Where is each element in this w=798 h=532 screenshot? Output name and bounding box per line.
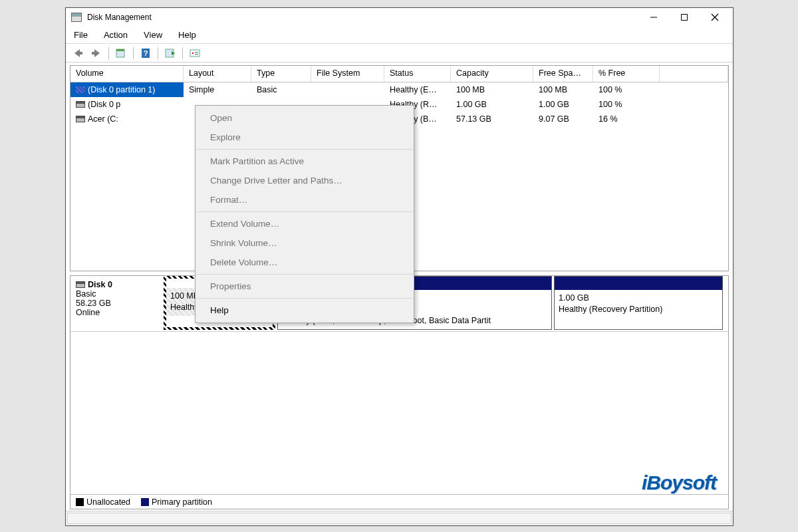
partition-size: 1.00 GB [559, 293, 718, 304]
toolbar-divider [108, 47, 109, 59]
menu-item-mark-partition-as-active: Mark Partition as Active [196, 152, 414, 171]
help-button[interactable]: ? [138, 46, 154, 61]
menu-separator [196, 149, 413, 150]
col-layout[interactable]: Layout [184, 66, 251, 82]
legend-swatch-unallocated [76, 498, 84, 506]
close-button[interactable] [700, 8, 730, 27]
partition-primary[interactable]: 1.00 GB Healthy (Recovery Partition) [554, 276, 723, 330]
menu-item-delete-volume: Delete Volume… [196, 253, 414, 272]
disk-management-window: Disk Management File Action View Help ? … [65, 7, 733, 526]
partition-body: 1.00 GB Healthy (Recovery Partition) [555, 290, 722, 318]
menu-action[interactable]: Action [104, 30, 128, 40]
volume-icon [76, 116, 85, 122]
disk-info[interactable]: Disk 0 Basic 58.23 GB Online [70, 276, 164, 331]
maximize-button[interactable] [669, 8, 700, 27]
volume-icon [76, 101, 85, 108]
volume-name: (Disk 0 partition 1) [88, 85, 155, 94]
svg-text:?: ? [144, 49, 148, 57]
volume-icon [76, 86, 85, 93]
col-volume[interactable]: Volume [70, 66, 184, 82]
col-fs[interactable]: File System [311, 66, 384, 82]
col-free[interactable]: Free Spa… [533, 66, 593, 82]
window-title: Disk Management [87, 13, 152, 22]
action-button[interactable] [162, 46, 178, 61]
toolbar-divider [182, 47, 183, 59]
menu-file[interactable]: File [74, 30, 88, 40]
menu-separator [196, 298, 413, 299]
menu-view[interactable]: View [144, 30, 162, 40]
back-button[interactable] [70, 46, 86, 61]
col-status[interactable]: Status [384, 66, 451, 82]
menu-separator [196, 274, 413, 275]
legend-swatch-primary [141, 498, 149, 506]
menu-item-extend-volume: Extend Volume… [196, 214, 414, 233]
svg-rect-4 [79, 52, 82, 55]
disk-state: Online [76, 308, 158, 317]
volume-row[interactable]: (Disk 0 partition 1)SimpleBasicHealthy (… [70, 82, 728, 97]
partition-header [555, 277, 722, 290]
disk-icon [76, 281, 85, 288]
svg-rect-5 [92, 52, 95, 55]
legend: Unallocated Primary partition [70, 494, 728, 509]
svg-rect-1 [682, 15, 688, 21]
col-pctfree[interactable]: % Free [593, 66, 660, 82]
disk-size: 58.23 GB [76, 299, 158, 308]
statusbar [66, 511, 733, 525]
volume-list-header[interactable]: Volume Layout Type File System Status Ca… [70, 66, 728, 82]
refresh-button[interactable] [113, 46, 129, 61]
col-spacer [660, 66, 728, 82]
svg-rect-11 [190, 50, 200, 57]
watermark: iBoysoft [642, 471, 716, 494]
menu-item-open: Open [196, 108, 414, 128]
disk-type: Basic [76, 289, 158, 299]
app-icon [71, 13, 82, 22]
legend-primary: Primary partition [152, 497, 212, 507]
menu-separator [196, 211, 413, 212]
partition-status: Healthy (Recovery Partition) [559, 304, 718, 315]
volume-name: Acer (C: [88, 114, 118, 124]
settings-button[interactable] [187, 46, 203, 61]
svg-rect-14 [195, 54, 198, 55]
menu-item-shrink-volume: Shrink Volume… [196, 233, 414, 253]
svg-point-12 [192, 52, 194, 53]
toolbar: ? [66, 44, 733, 63]
toolbar-divider [133, 47, 134, 59]
toolbar-divider [158, 47, 158, 59]
svg-rect-13 [195, 52, 198, 53]
menu-item-format: Format… [196, 190, 414, 209]
volume-name: (Disk 0 p [88, 100, 120, 109]
disk-name: Disk 0 [88, 280, 112, 289]
menu-item-properties: Properties [196, 277, 414, 296]
menu-item-explore: Explore [196, 128, 414, 147]
col-capacity[interactable]: Capacity [451, 66, 533, 82]
col-type[interactable]: Type [251, 66, 311, 82]
forward-button[interactable] [88, 46, 104, 61]
menu-help[interactable]: Help [178, 30, 196, 40]
context-menu[interactable]: OpenExploreMark Partition as ActiveChang… [195, 105, 414, 323]
menu-item-change-drive-letter-and-paths: Change Drive Letter and Paths… [196, 171, 414, 190]
titlebar[interactable]: Disk Management [66, 8, 733, 27]
menubar: File Action View Help [66, 27, 733, 44]
legend-unallocated: Unallocated [86, 497, 130, 507]
svg-rect-7 [116, 49, 124, 51]
menu-item-help[interactable]: Help [196, 301, 414, 320]
minimize-button[interactable] [638, 8, 669, 27]
